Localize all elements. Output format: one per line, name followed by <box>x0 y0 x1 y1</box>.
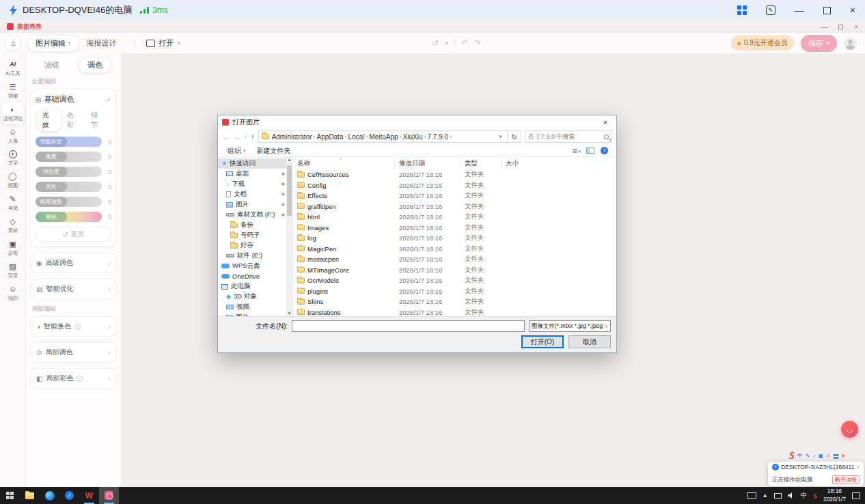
sunlogin-logo-icon[interactable]: S <box>789 451 795 461</box>
taskbar-remote-app[interactable]: ✓ <box>59 487 79 504</box>
mic-icon[interactable]: ♪ <box>813 453 816 459</box>
search-input[interactable] <box>528 133 604 140</box>
avatar[interactable] <box>844 37 857 50</box>
tree-scrollbar[interactable]: ▲ ▼ <box>286 157 292 316</box>
slider-gray-4[interactable]: 暗部改善 0 <box>36 197 111 207</box>
file-row[interactable]: Effects 2026/1/7 18:16 文件夹 <box>293 191 616 201</box>
slider-track[interactable]: 暗部改善 <box>36 197 102 207</box>
breadcrumb-item[interactable]: 7.7.9.0 <box>426 133 450 141</box>
more-icon[interactable]: » <box>856 464 860 471</box>
brand-check-icon[interactable]: ✓ <box>826 453 831 459</box>
tree-item[interactable]: 素材文档 (F:) ✚ <box>218 210 286 220</box>
column-name[interactable]: ^ 名称 <box>293 157 395 169</box>
open-confirm-button[interactable]: 打开(O) <box>521 335 564 348</box>
tree-item[interactable]: 文档 ✚ <box>218 189 286 199</box>
chevron-down-icon[interactable]: ∨ <box>497 134 504 139</box>
open-button[interactable]: 打开 ∨ <box>146 38 180 48</box>
action-center-icon[interactable] <box>852 492 860 499</box>
chevron-down-icon[interactable]: ∨ <box>244 134 247 139</box>
slider-rainbow-5[interactable]: 褪色 0 <box>36 212 111 222</box>
close-button[interactable]: × <box>850 5 855 15</box>
slider-gray-1[interactable]: 亮度 0 <box>36 152 111 162</box>
rail-item-background[interactable]: ▨ 背景 <box>1 260 25 281</box>
vip-upgrade-badge[interactable]: ◆ 0.9元开通会员 <box>731 36 794 51</box>
start-button[interactable] <box>0 487 20 504</box>
tree-item[interactable]: 此电脑 <box>218 281 286 292</box>
slider-gray-3[interactable]: 高光 0 <box>36 182 111 192</box>
panel-row-advanced-color[interactable]: ◉ 高级调色 › <box>30 253 117 273</box>
panel-row-local-color[interactable]: ◧ 局部彩色 i › <box>30 368 117 389</box>
panel-row-smart-optimize[interactable]: ▤ 智能优化 › <box>30 279 117 299</box>
annotate-pen-icon[interactable]: ✎ <box>806 453 810 459</box>
scroll-up-icon[interactable]: ▲ <box>286 158 292 162</box>
save-button[interactable]: 保存∨ <box>801 35 837 52</box>
forward-icon[interactable]: → <box>233 132 241 141</box>
tray-expand-icon[interactable]: ▲ <box>763 492 768 499</box>
new-folder-button[interactable]: 新建文件夹 <box>253 146 295 156</box>
rail-item-filter[interactable]: ◐ 滤镜调色 <box>1 102 25 124</box>
network-icon[interactable] <box>774 493 782 499</box>
assistant-button[interactable]: ◡ <box>841 421 858 438</box>
tree-item[interactable]: ★ 快速访问 <box>218 158 286 169</box>
slider-blue-0[interactable]: 智能补光 0 <box>36 137 111 147</box>
breadcrumb-item[interactable]: XiuXiu <box>402 133 424 141</box>
home-button[interactable]: ⌂ <box>5 35 21 51</box>
file-row[interactable]: plugins 2026/1/7 18:16 文件夹 <box>293 286 616 297</box>
tree-item[interactable]: 号码子 <box>218 230 286 240</box>
file-row[interactable]: MagicPen 2026/1/7 18:16 文件夹 <box>293 244 616 255</box>
up-icon[interactable]: ↑ <box>251 132 255 141</box>
slider-track[interactable]: 对比度 <box>36 167 102 177</box>
breadcrumb-item[interactable]: AppData <box>316 133 345 141</box>
help-icon[interactable]: ? <box>601 147 608 154</box>
dialog-close-button[interactable]: × <box>594 115 616 128</box>
tree-item[interactable]: 软件 (E:) <box>218 251 286 261</box>
redo-icon[interactable]: ↷ <box>474 38 481 48</box>
taskbar-meitu[interactable] <box>99 487 119 504</box>
volume-icon[interactable] <box>788 492 795 499</box>
tree-item[interactable]: ↓ 下载 ✚ <box>218 179 286 189</box>
tab-filter[interactable]: 滤镜 <box>36 58 68 72</box>
file-row[interactable]: mosaicpen 2026/1/7 18:16 文件夹 <box>293 254 616 265</box>
ime-indicator[interactable]: 中 <box>801 491 807 500</box>
tab-poster-design[interactable]: 海报设计 <box>79 36 124 51</box>
app-minimize-button[interactable]: — <box>821 23 827 31</box>
file-row[interactable]: CefResources 2026/1/7 18:16 文件夹 <box>293 169 616 180</box>
history-icon[interactable]: ↺ <box>432 38 439 48</box>
tree-item[interactable]: 备份 <box>218 220 286 230</box>
tree-item[interactable]: OneDrive <box>218 271 286 281</box>
search-box[interactable] <box>525 130 612 143</box>
pointer-icon[interactable]: ➤ <box>841 453 846 459</box>
rail-item-adjust[interactable]: ☰ 调整 <box>1 80 25 102</box>
apps-grid-icon[interactable] <box>737 5 747 15</box>
file-row[interactable]: Config 2026/1/7 18:16 文件夹 <box>293 180 616 191</box>
taskbar-clock[interactable]: 18:16 2026/1/7 <box>823 488 846 503</box>
tab-colors[interactable]: 色彩 <box>61 109 86 131</box>
breadcrumb-item[interactable]: Local <box>346 133 366 141</box>
touch-keyboard-icon[interactable] <box>747 492 756 499</box>
disconnect-button[interactable]: 断开连接 <box>832 475 860 484</box>
tree-item[interactable]: 桌面 ✚ <box>218 169 286 179</box>
back-icon[interactable]: ← <box>222 132 230 141</box>
tab-detail[interactable]: 细节 <box>85 109 110 131</box>
app-close-button[interactable]: × <box>854 23 858 31</box>
minimize-button[interactable]: — <box>795 5 804 15</box>
reset-button[interactable]: ↺ 重置 <box>36 227 111 242</box>
tree-item[interactable]: WPS云盘 <box>218 261 286 271</box>
breadcrumb-item[interactable]: Administrator <box>271 133 314 141</box>
breadcrumb[interactable]: Administrator › AppData › Local › MeituA… <box>258 130 508 143</box>
rail-item-brush[interactable]: ✎ 画笔 <box>1 192 25 214</box>
rail-item-cutout[interactable]: ◯ 抠图 <box>1 169 25 191</box>
scroll-thumb[interactable] <box>287 165 292 216</box>
tab-photo-edit[interactable]: 图片编辑∨ <box>28 36 79 51</box>
rail-item-text[interactable]: T 文字 <box>1 148 25 169</box>
file-row[interactable]: log 2026/1/7 18:16 文件夹 <box>293 233 616 244</box>
file-row[interactable]: OcrModels 2026/1/7 18:16 文件夹 <box>293 275 616 286</box>
filename-input[interactable] <box>292 320 525 332</box>
screen-icon[interactable]: ▣ <box>819 453 824 459</box>
file-row[interactable]: graffitipen 2026/1/7 18:16 文件夹 <box>293 201 616 212</box>
taskbar-file-explorer[interactable] <box>20 487 40 504</box>
apps-grid-icon[interactable] <box>834 454 838 459</box>
file-row[interactable]: Images 2026/1/7 18:16 文件夹 <box>293 223 616 234</box>
column-size[interactable]: 大小 <box>502 157 616 169</box>
tree-item[interactable]: 好存 <box>218 240 286 251</box>
